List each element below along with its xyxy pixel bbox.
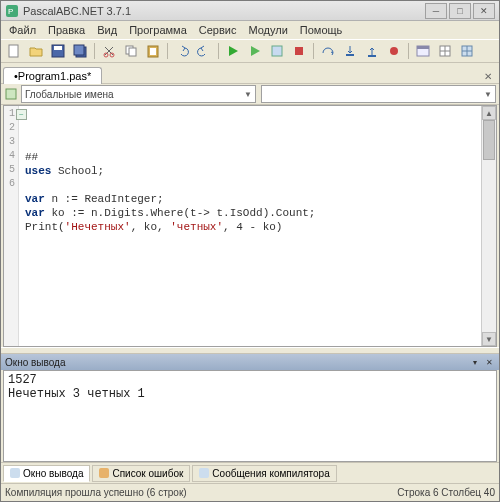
fold-toggle[interactable]: − bbox=[16, 109, 27, 120]
output-panel: 1527 Нечетных 3 четных 1 bbox=[3, 370, 497, 462]
titlebar: P PascalABC.NET 3.7.1 ─ □ ✕ bbox=[1, 1, 499, 21]
form-button[interactable] bbox=[413, 41, 433, 61]
code-editor[interactable]: 1 2 3 4 5 6 − ##uses School; var n := Re… bbox=[3, 105, 497, 347]
undo-button[interactable] bbox=[172, 41, 192, 61]
tool-sep-3 bbox=[218, 43, 219, 59]
svg-rect-18 bbox=[368, 55, 376, 57]
messages-tab-icon bbox=[199, 468, 209, 478]
scope-combo[interactable]: Глобальные имена ▼ bbox=[21, 85, 256, 103]
menu-help[interactable]: Помощь bbox=[294, 23, 349, 37]
panel-pin-button[interactable]: ▾ bbox=[469, 356, 481, 368]
app-icon: P bbox=[5, 4, 19, 18]
menu-program[interactable]: Программа bbox=[123, 23, 193, 37]
status-right: Строка 6 Столбец 40 bbox=[397, 487, 495, 498]
tool-sep-1 bbox=[94, 43, 95, 59]
output-tab-icon bbox=[10, 468, 20, 478]
new-file-button[interactable] bbox=[4, 41, 24, 61]
svg-rect-21 bbox=[417, 46, 429, 49]
output-panel-title: Окно вывода bbox=[5, 357, 467, 368]
tool-sep-4 bbox=[313, 43, 314, 59]
svg-point-19 bbox=[390, 47, 398, 55]
scope-bar: Глобальные имена ▼ ▼ bbox=[1, 83, 499, 105]
bottom-tab-label: Сообщения компилятора bbox=[212, 468, 329, 479]
bottom-tabstrip: Окно вывода Список ошибок Сообщения комп… bbox=[1, 462, 499, 483]
panel-close-button[interactable]: ✕ bbox=[483, 356, 495, 368]
close-button[interactable]: ✕ bbox=[473, 3, 495, 19]
maximize-button[interactable]: □ bbox=[449, 3, 471, 19]
line-no: 4 bbox=[4, 150, 18, 164]
line-no: 6 bbox=[4, 178, 18, 192]
svg-rect-12 bbox=[150, 48, 156, 55]
step-into-button[interactable] bbox=[340, 41, 360, 61]
status-left: Компиляция прошла успешно (6 строк) bbox=[5, 487, 187, 498]
scroll-up-icon[interactable]: ▲ bbox=[482, 106, 496, 120]
app-window: P PascalABC.NET 3.7.1 ─ □ ✕ Файл Правка … bbox=[0, 0, 500, 502]
window-title: PascalABC.NET 3.7.1 bbox=[23, 5, 423, 17]
menu-file[interactable]: Файл bbox=[3, 23, 42, 37]
bottom-tab-output[interactable]: Окно вывода bbox=[3, 465, 90, 482]
compile-button[interactable] bbox=[267, 41, 287, 61]
svg-marker-14 bbox=[251, 46, 260, 56]
copy-button[interactable] bbox=[121, 41, 141, 61]
save-all-button[interactable] bbox=[70, 41, 90, 61]
scope-icon bbox=[3, 86, 19, 102]
bottom-tab-messages[interactable]: Сообщения компилятора bbox=[192, 465, 336, 482]
breakpoint-button[interactable] bbox=[384, 41, 404, 61]
member-combo[interactable]: ▼ bbox=[261, 85, 496, 103]
stop-button[interactable] bbox=[289, 41, 309, 61]
line-gutter: 1 2 3 4 5 6 bbox=[4, 106, 19, 346]
bottom-tab-label: Окно вывода bbox=[23, 468, 83, 479]
output-text[interactable]: 1527 Нечетных 3 четных 1 bbox=[4, 371, 496, 461]
scroll-thumb[interactable] bbox=[483, 120, 495, 160]
step-over-button[interactable] bbox=[318, 41, 338, 61]
output-panel-header: Окно вывода ▾ ✕ bbox=[1, 354, 499, 370]
svg-rect-2 bbox=[9, 45, 18, 57]
line-no: 5 bbox=[4, 164, 18, 178]
tool-sep-2 bbox=[167, 43, 168, 59]
bottom-tab-label: Список ошибок bbox=[112, 468, 183, 479]
code-area[interactable]: − ##uses School; var n := ReadInteger;va… bbox=[19, 106, 481, 346]
svg-rect-6 bbox=[74, 45, 84, 55]
grid2-button[interactable] bbox=[457, 41, 477, 61]
svg-rect-15 bbox=[272, 46, 282, 56]
splitter[interactable] bbox=[1, 347, 499, 354]
errors-tab-icon bbox=[99, 468, 109, 478]
editor-vscrollbar[interactable]: ▲ ▼ bbox=[481, 106, 496, 346]
minimize-button[interactable]: ─ bbox=[425, 3, 447, 19]
menu-service[interactable]: Сервис bbox=[193, 23, 243, 37]
chevron-down-icon: ▼ bbox=[484, 90, 492, 99]
menu-view[interactable]: Вид bbox=[91, 23, 123, 37]
chevron-down-icon: ▼ bbox=[244, 90, 252, 99]
toolbar bbox=[1, 39, 499, 63]
tab-program1[interactable]: •Program1.pas* bbox=[3, 67, 102, 84]
cut-button[interactable] bbox=[99, 41, 119, 61]
paste-button[interactable] bbox=[143, 41, 163, 61]
tab-label: •Program1.pas* bbox=[14, 70, 91, 82]
document-tabstrip: •Program1.pas* ✕ bbox=[1, 63, 499, 83]
line-no: 2 bbox=[4, 122, 18, 136]
tab-close-button[interactable]: ✕ bbox=[481, 69, 495, 83]
line-no: 3 bbox=[4, 136, 18, 150]
tool-sep-5 bbox=[408, 43, 409, 59]
step-out-button[interactable] bbox=[362, 41, 382, 61]
menubar: Файл Правка Вид Программа Сервис Модули … bbox=[1, 21, 499, 39]
menu-edit[interactable]: Правка bbox=[42, 23, 91, 37]
svg-text:P: P bbox=[8, 7, 13, 16]
svg-rect-4 bbox=[54, 46, 62, 50]
run-button[interactable] bbox=[223, 41, 243, 61]
statusbar: Компиляция прошла успешно (6 строк) Стро… bbox=[1, 483, 499, 501]
scope-combo-label: Глобальные имена bbox=[25, 89, 114, 100]
run2-button[interactable] bbox=[245, 41, 265, 61]
scroll-down-icon[interactable]: ▼ bbox=[482, 332, 496, 346]
grid-button[interactable] bbox=[435, 41, 455, 61]
svg-rect-17 bbox=[346, 54, 354, 56]
open-file-button[interactable] bbox=[26, 41, 46, 61]
svg-marker-13 bbox=[229, 46, 238, 56]
menu-modules[interactable]: Модули bbox=[242, 23, 293, 37]
save-button[interactable] bbox=[48, 41, 68, 61]
bottom-tab-errors[interactable]: Список ошибок bbox=[92, 465, 190, 482]
svg-rect-16 bbox=[295, 47, 303, 55]
svg-rect-24 bbox=[6, 89, 16, 99]
redo-button[interactable] bbox=[194, 41, 214, 61]
svg-rect-10 bbox=[129, 48, 136, 56]
